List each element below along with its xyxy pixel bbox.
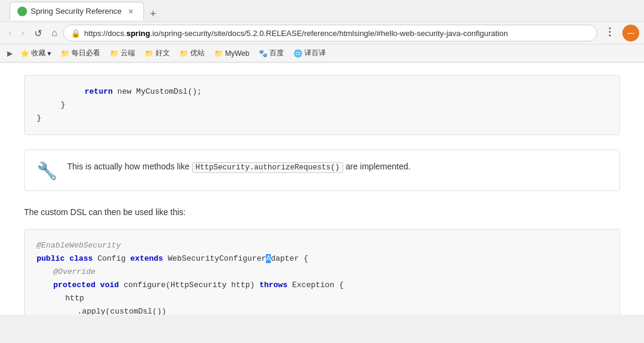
code-line: } bbox=[37, 112, 607, 125]
code-line: @EnableWebSecurity bbox=[37, 239, 607, 252]
code-line: http bbox=[37, 292, 607, 305]
code-plain: } bbox=[61, 100, 65, 109]
bookmark-cloud[interactable]: 📁 云端 bbox=[106, 47, 139, 59]
code-plain: .apply(customDsl()) bbox=[77, 307, 166, 315]
bookmark-baidu[interactable]: 🐾 百度 bbox=[254, 47, 288, 59]
browser-window: Spring Security Reference × + ‹ › ↺ ⌂ 🔒 … bbox=[0, 0, 644, 343]
code-keyword: public bbox=[37, 254, 65, 263]
note-box: 🔧 This is actually how methods like Http… bbox=[24, 150, 620, 191]
browser-menu-button[interactable] bbox=[600, 24, 620, 43]
code-plain: dapter { bbox=[271, 254, 308, 263]
lock-icon: 🔒 bbox=[71, 29, 80, 38]
svg-point-2 bbox=[609, 34, 611, 36]
code-annotation: @Override bbox=[53, 267, 95, 276]
code-keyword: return bbox=[85, 87, 113, 96]
note-text: This is actually how methods like HttpSe… bbox=[67, 160, 411, 174]
folder-icon: 📁 bbox=[179, 49, 188, 58]
bookmark-label: 好文 bbox=[155, 48, 170, 58]
code-plain: http bbox=[65, 294, 84, 303]
bookmark-label: 百度 bbox=[269, 48, 284, 58]
bookmark-label: 云端 bbox=[121, 48, 135, 58]
code-plain: Config bbox=[97, 254, 130, 263]
wrench-icon: 🔧 bbox=[37, 161, 58, 181]
bookmark-myweb[interactable]: 📁 MyWeb bbox=[210, 48, 253, 59]
code-plain: new bbox=[113, 87, 136, 96]
refresh-button[interactable]: ↺ bbox=[31, 25, 46, 41]
tab-favicon bbox=[17, 7, 27, 16]
forward-button[interactable]: › bbox=[17, 25, 28, 41]
code-plain: configure(HttpSecurity http) bbox=[124, 281, 259, 290]
bookmark-label: 译百译 bbox=[304, 48, 326, 58]
code-keyword: protected bbox=[53, 281, 95, 290]
bookmark-daily[interactable]: 📁 每日必看 bbox=[56, 47, 104, 59]
nav-bar: ‹ › ↺ ⌂ 🔒 https://docs.spring.io/spring-… bbox=[0, 22, 644, 44]
tab-bar: Spring Security Reference × + bbox=[5, 2, 164, 20]
address-bar[interactable]: 🔒 https://docs.spring.io/spring-security… bbox=[63, 25, 597, 41]
bookmarks-bar: ▶ ⭐ 收藏 ▾ 📁 每日必看 📁 云端 📁 好文 📁 优站 📁 MyWeb 🐾 bbox=[0, 44, 644, 62]
code-line: public class Config extends WebSecurityC… bbox=[37, 252, 607, 266]
star-icon: ⭐ bbox=[20, 49, 29, 58]
svg-point-1 bbox=[609, 31, 611, 32]
code-line: .apply(customDsl()) bbox=[37, 305, 607, 315]
url-text: https://docs.spring.io/spring-security/s… bbox=[84, 29, 589, 38]
new-tab-button[interactable]: + bbox=[146, 8, 160, 20]
tab-close-button[interactable]: × bbox=[125, 6, 136, 17]
folder-icon: 📁 bbox=[145, 49, 154, 58]
page-content: return new MyCustomDsl(); } } 🔧 This is … bbox=[0, 62, 644, 315]
code-line: @Override bbox=[37, 266, 607, 279]
code-class: MyCustomDsl(); bbox=[136, 87, 202, 96]
main-code-block: @EnableWebSecurity public class Config e… bbox=[24, 229, 620, 315]
title-bar: Spring Security Reference × + bbox=[0, 0, 644, 22]
code-plain: } bbox=[37, 114, 41, 123]
code-line: protected void configure(HttpSecurity ht… bbox=[37, 279, 607, 292]
code-annotation: @EnableWebSecurity bbox=[37, 241, 121, 250]
code-plain: WebSecurityConfigurer bbox=[167, 254, 266, 263]
active-tab[interactable]: Spring Security Reference × bbox=[10, 2, 144, 20]
selected-char: A bbox=[266, 254, 271, 263]
folder-icon: 📁 bbox=[214, 49, 223, 58]
code-plain: Exception { bbox=[292, 281, 344, 290]
back-button[interactable]: ‹ bbox=[5, 25, 15, 41]
top-code-block: return new MyCustomDsl(); } } bbox=[24, 75, 620, 135]
sidebar-toggle[interactable]: ▶ bbox=[5, 48, 15, 59]
code-keyword: throws bbox=[259, 281, 287, 290]
browser-extension-button[interactable]: — bbox=[622, 25, 639, 41]
folder-icon: 📁 bbox=[61, 49, 70, 58]
code-keyword: extends bbox=[130, 254, 163, 263]
bookmark-label: 每日必看 bbox=[71, 48, 100, 58]
inline-code-httpsecurity: HttpSecurity.authorizeRequests() bbox=[192, 162, 343, 173]
code-keyword: void bbox=[100, 281, 119, 290]
translate-icon: 🌐 bbox=[293, 49, 302, 58]
code-line: return new MyCustomDsl(); bbox=[37, 85, 607, 99]
bookmark-label: MyWeb bbox=[225, 49, 249, 58]
code-keyword: class bbox=[70, 254, 93, 263]
description-text: The custom DSL can then be used like thi… bbox=[24, 205, 620, 219]
bookmark-articles[interactable]: 📁 好文 bbox=[140, 47, 174, 59]
bookmark-sites[interactable]: 📁 优站 bbox=[175, 47, 209, 59]
chevron-down-icon: ▾ bbox=[47, 49, 51, 58]
baidu-icon: 🐾 bbox=[259, 49, 268, 58]
code-line: } bbox=[37, 99, 607, 112]
bookmark-translate[interactable]: 🌐 译百译 bbox=[289, 47, 330, 59]
svg-point-0 bbox=[609, 27, 611, 29]
home-button[interactable]: ⌂ bbox=[48, 25, 61, 41]
folder-icon: 📁 bbox=[110, 49, 119, 58]
bookmark-label: 收藏 bbox=[31, 48, 46, 58]
bookmark-label: 优站 bbox=[190, 48, 205, 58]
bookmark-favorites[interactable]: ⭐ 收藏 ▾ bbox=[16, 47, 55, 59]
tab-title: Spring Security Reference bbox=[31, 7, 122, 16]
